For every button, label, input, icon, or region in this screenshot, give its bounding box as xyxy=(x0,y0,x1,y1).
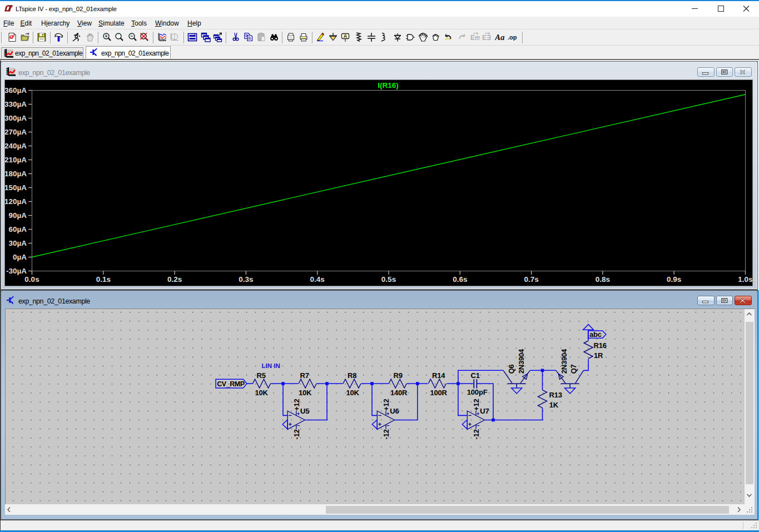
svg-text:150µA: 150µA xyxy=(5,183,27,192)
svg-text:Em: Em xyxy=(470,34,480,42)
svg-text:0µA: 0µA xyxy=(13,253,27,261)
svg-text:-30µA: -30µA xyxy=(6,267,27,275)
svg-text:330µA: 330µA xyxy=(5,100,27,108)
svg-text:I(R16): I(R16) xyxy=(378,81,399,90)
svg-text:R8: R8 xyxy=(348,371,356,380)
svg-text:30µA: 30µA xyxy=(8,239,27,247)
svg-text:U5: U5 xyxy=(300,407,309,415)
svg-text:Aa: Aa xyxy=(495,33,505,42)
svg-text:210µA: 210µA xyxy=(5,156,27,164)
svg-text:1.0s: 1.0s xyxy=(738,275,752,284)
svg-text:10K: 10K xyxy=(255,388,268,396)
svg-text:2N3904: 2N3904 xyxy=(517,348,525,373)
svg-text:+12: +12 xyxy=(292,399,300,410)
svg-text:140R: 140R xyxy=(390,388,408,396)
svg-text:0.3s: 0.3s xyxy=(239,275,253,284)
svg-text:U6: U6 xyxy=(390,407,399,415)
svg-text:0.7s: 0.7s xyxy=(524,275,538,284)
svg-text:300µA: 300µA xyxy=(5,114,27,122)
svg-text:-12: -12 xyxy=(381,429,390,439)
svg-text:10K: 10K xyxy=(346,388,359,396)
svg-text:R5: R5 xyxy=(256,371,265,380)
svg-text:R9: R9 xyxy=(393,371,402,380)
svg-text:60µA: 60µA xyxy=(8,225,27,233)
svg-text:10K: 10K xyxy=(299,388,312,396)
svg-text:E: E xyxy=(487,34,491,42)
svg-text:C1: C1 xyxy=(470,371,479,380)
svg-text:120µA: 120µA xyxy=(5,197,27,206)
svg-text:+12: +12 xyxy=(381,399,390,410)
svg-text:R7: R7 xyxy=(300,371,309,380)
svg-text:0.6s: 0.6s xyxy=(453,275,467,284)
svg-text:1K: 1K xyxy=(549,401,558,409)
svg-text:2N3904: 2N3904 xyxy=(559,348,568,373)
svg-text:+12: +12 xyxy=(472,399,480,410)
svg-text:R16: R16 xyxy=(593,341,606,350)
svg-text:0.5s: 0.5s xyxy=(381,275,396,284)
svg-text:U7: U7 xyxy=(480,407,489,415)
svg-text:Q6: Q6 xyxy=(507,364,515,374)
svg-text:R14: R14 xyxy=(432,371,445,380)
svg-text:0.0s: 0.0s xyxy=(24,275,39,284)
svg-text:100pF: 100pF xyxy=(467,387,487,396)
svg-text:0.8s: 0.8s xyxy=(596,275,610,284)
svg-text:0.4s: 0.4s xyxy=(310,275,325,284)
svg-text:240µA: 240µA xyxy=(5,142,27,150)
svg-text:90µA: 90µA xyxy=(8,211,27,220)
svg-text:0.1s: 0.1s xyxy=(96,275,111,284)
svg-text:E: E xyxy=(482,34,487,42)
svg-text:Q7: Q7 xyxy=(569,364,578,374)
svg-text:-12: -12 xyxy=(292,429,300,439)
svg-text:abc: abc xyxy=(589,330,602,338)
svg-text:-12: -12 xyxy=(472,429,480,439)
svg-text:.op: .op xyxy=(508,34,517,41)
svg-text:1R: 1R xyxy=(594,351,603,360)
svg-text:180µA: 180µA xyxy=(5,170,27,178)
svg-text:R13: R13 xyxy=(549,390,562,399)
svg-text:360µA: 360µA xyxy=(5,86,27,95)
svg-text:CV_RMP: CV_RMP xyxy=(217,380,245,388)
svg-text:0.2s: 0.2s xyxy=(167,275,182,284)
svg-text:100R: 100R xyxy=(430,388,447,396)
svg-text:270µA: 270µA xyxy=(5,128,27,136)
svg-text:A: A xyxy=(344,33,348,39)
svg-text:0.9s: 0.9s xyxy=(667,275,681,284)
svg-text:LIN IN: LIN IN xyxy=(261,362,280,369)
